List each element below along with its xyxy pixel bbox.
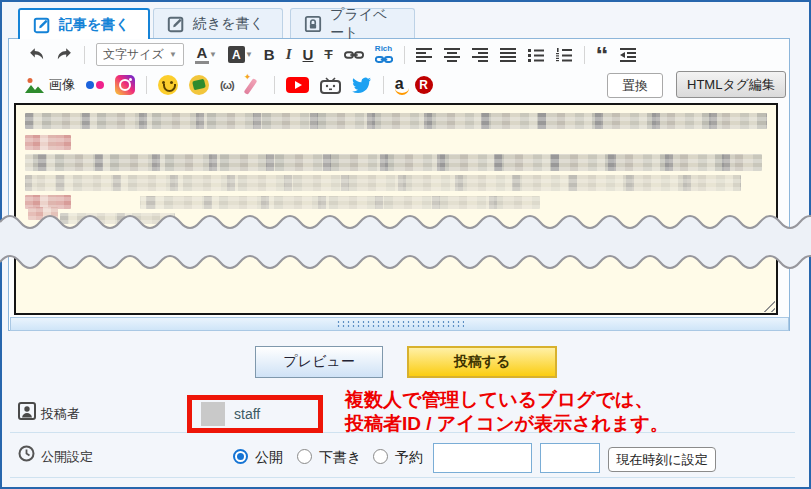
niconico-button[interactable] xyxy=(320,77,341,94)
font-size-label: 文字サイズ xyxy=(103,46,164,63)
toolbar-separator xyxy=(584,46,585,64)
instagram-button[interactable] xyxy=(115,75,135,95)
font-color-button[interactable]: A ▼ xyxy=(195,45,217,64)
radio-draft[interactable] xyxy=(297,449,312,464)
editor-resize-bar[interactable] xyxy=(10,317,789,331)
numbered-list-icon xyxy=(556,48,573,62)
redo-button[interactable] xyxy=(56,47,73,62)
rakuten-icon: R xyxy=(415,76,433,94)
toolbar-format-row: 文字サイズ ▼ A ▼ A ▼ B I U T Rich xyxy=(28,41,638,68)
pen-icon xyxy=(245,76,263,94)
lock-square-icon xyxy=(304,15,322,33)
radio-public[interactable] xyxy=(233,449,248,464)
textarea-resize-grip-icon[interactable] xyxy=(763,300,775,312)
redacted-content-line xyxy=(60,213,175,224)
edit-square-icon xyxy=(33,16,51,34)
undo-button[interactable] xyxy=(28,47,45,62)
insert-image-button[interactable]: 画像 xyxy=(24,76,75,94)
tab-label: プライベート xyxy=(330,6,401,42)
chevron-down-icon: ▼ xyxy=(209,50,217,59)
align-left-button[interactable] xyxy=(416,48,433,62)
align-right-icon xyxy=(472,48,489,62)
image-label: 画像 xyxy=(49,76,75,94)
flickr-blue-dot-icon xyxy=(86,81,94,89)
font-color-icon: A xyxy=(195,45,209,64)
preview-button[interactable]: プレビュー xyxy=(255,346,383,378)
amazon-button[interactable]: a xyxy=(395,76,404,95)
youtube-button[interactable] xyxy=(286,77,309,93)
background-color-button[interactable]: A ▼ xyxy=(228,46,253,63)
edit-square-icon xyxy=(167,15,185,33)
set-current-time-button[interactable]: 現在時刻に設定 xyxy=(608,447,716,472)
tab-private[interactable]: プライベート xyxy=(290,8,415,38)
smiley-icon xyxy=(158,75,178,95)
schedule-time-input[interactable] xyxy=(540,443,600,473)
tab-write-article[interactable]: 記事を書く xyxy=(18,8,150,39)
html-tag-edit-button[interactable]: HTMLタグ編集 xyxy=(676,71,786,98)
align-center-icon xyxy=(444,48,461,62)
schedule-date-input[interactable] xyxy=(433,443,532,473)
bold-button[interactable]: B xyxy=(264,46,275,63)
italic-button[interactable]: I xyxy=(286,46,292,63)
article-body-textarea[interactable] xyxy=(14,103,778,315)
blockquote-button[interactable]: “ xyxy=(596,47,609,63)
tab-write-continuation[interactable]: 続きを書く xyxy=(153,8,283,38)
outdent-icon xyxy=(620,48,638,62)
toolbar-separator xyxy=(404,46,405,64)
bullet-list-button[interactable] xyxy=(528,48,545,62)
twitter-button[interactable] xyxy=(352,77,372,94)
twitter-bird-icon xyxy=(352,77,372,94)
instagram-icon xyxy=(115,75,135,95)
poster-label: 投稿者 xyxy=(41,405,80,423)
redacted-content-line xyxy=(25,154,762,171)
person-icon xyxy=(18,402,36,420)
youtube-icon xyxy=(286,77,309,93)
tab-label: 記事を書く xyxy=(59,16,130,34)
redacted-content-line xyxy=(25,175,741,191)
annotation-text: 複数人で管理しているブログでは、 投稿者ID / アイコンが表示されます。 xyxy=(345,388,669,436)
chevron-down-icon: ▼ xyxy=(169,50,177,59)
stamp-icon xyxy=(189,75,209,95)
rich-link-button[interactable]: Rich xyxy=(375,45,393,65)
undo-icon xyxy=(28,47,45,62)
link-icon xyxy=(344,49,364,61)
decoration-pen-button[interactable] xyxy=(245,76,263,94)
align-justify-button[interactable] xyxy=(500,48,517,62)
font-size-dropdown[interactable]: 文字サイズ ▼ xyxy=(96,43,184,66)
poster-id: staff xyxy=(234,406,260,422)
image-icon xyxy=(24,77,45,94)
rakuten-button[interactable]: R xyxy=(415,76,433,94)
row-divider xyxy=(10,477,795,478)
stamp-button[interactable] xyxy=(189,75,209,95)
toolbar-media-row: 画像 (ω) a R xyxy=(24,71,433,99)
toolbar-separator xyxy=(146,76,147,94)
submit-button[interactable]: 投稿する xyxy=(407,346,557,378)
replace-button[interactable]: 置換 xyxy=(607,73,663,98)
poster-avatar xyxy=(201,402,225,426)
radio-scheduled[interactable] xyxy=(373,449,388,464)
link-button[interactable] xyxy=(344,49,364,61)
strikethrough-button[interactable]: T xyxy=(324,47,332,62)
flickr-button[interactable] xyxy=(86,81,104,89)
bullet-list-icon xyxy=(528,48,545,62)
align-center-button[interactable] xyxy=(444,48,461,62)
redacted-content-line xyxy=(140,196,540,209)
poster-highlight-box: staff xyxy=(187,395,323,433)
radio-public-label[interactable]: 公開 xyxy=(255,449,283,467)
align-right-button[interactable] xyxy=(472,48,489,62)
radio-scheduled-label[interactable]: 予約 xyxy=(395,449,423,467)
chevron-down-icon: ▼ xyxy=(245,50,253,59)
underline-button[interactable]: U xyxy=(303,46,314,63)
toolbar-separator xyxy=(274,76,275,94)
radio-draft-label[interactable]: 下書き xyxy=(319,449,361,467)
align-justify-icon xyxy=(500,48,517,62)
flickr-pink-dot-icon xyxy=(96,81,104,89)
emoji-button[interactable] xyxy=(158,75,178,95)
toolbar-separator xyxy=(383,76,384,94)
kaomoji-button[interactable]: (ω) xyxy=(220,79,234,91)
outdent-button[interactable] xyxy=(620,48,638,62)
numbered-list-button[interactable] xyxy=(556,48,573,62)
redo-icon xyxy=(56,47,73,62)
rich-link-icon: Rich xyxy=(375,45,393,65)
toolbar-separator xyxy=(84,46,85,64)
